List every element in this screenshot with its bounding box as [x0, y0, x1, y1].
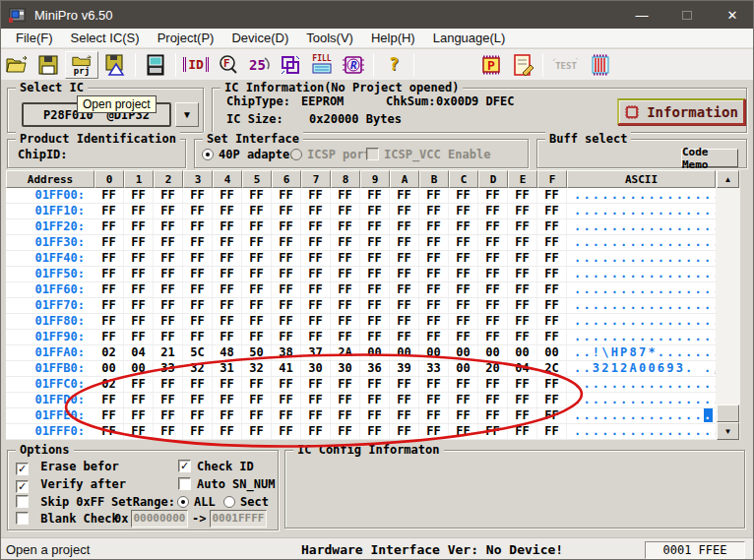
hex-byte-cell[interactable]: FF: [419, 188, 449, 203]
hex-byte-cell[interactable]: FF: [331, 314, 360, 329]
hex-byte-cell[interactable]: FF: [508, 377, 537, 392]
hex-byte-cell[interactable]: FF: [183, 393, 213, 407]
hex-byte-cell[interactable]: FF: [154, 330, 183, 344]
hex-byte-cell[interactable]: FF: [183, 188, 213, 203]
hex-byte-cell[interactable]: FF: [331, 330, 360, 344]
verify-after-checkbox[interactable]: ✓: [16, 480, 29, 493]
hex-byte-cell[interactable]: FF: [124, 267, 154, 281]
auto-sn-checkbox[interactable]: [178, 477, 191, 490]
hex-byte-cell[interactable]: FF: [94, 219, 124, 234]
hex-byte-cell[interactable]: FF: [154, 235, 183, 250]
open-file-button[interactable]: [2, 51, 31, 79]
hex-byte-cell[interactable]: FF: [508, 235, 537, 250]
hex-byte-cell[interactable]: FF: [154, 219, 183, 234]
hex-byte-cell[interactable]: FF: [272, 235, 301, 250]
hex-byte-cell[interactable]: FF: [419, 219, 449, 234]
hex-byte-cell[interactable]: FF: [301, 408, 331, 423]
hex-byte-cell[interactable]: FF: [331, 282, 360, 297]
hex-byte-cell[interactable]: FF: [331, 424, 360, 439]
hex-byte-cell[interactable]: FF: [478, 282, 508, 297]
hex-byte-cell[interactable]: FF: [390, 204, 419, 218]
hex-byte-cell[interactable]: 20: [478, 361, 508, 376]
hex-byte-cell[interactable]: 00: [449, 361, 478, 376]
check-id-checkbox[interactable]: ✓: [178, 460, 191, 472]
hex-byte-cell[interactable]: FF: [331, 219, 360, 234]
hex-byte-cell[interactable]: FF: [301, 267, 331, 281]
hex-ascii-cell[interactable]: ................: [567, 267, 716, 281]
hex-header-c[interactable]: C: [449, 170, 478, 188]
hex-ascii-cell[interactable]: ................: [567, 282, 716, 297]
copy-buffer-button[interactable]: [276, 51, 305, 79]
hex-byte-cell[interactable]: FF: [331, 204, 360, 218]
icsp-vcc-checkbox[interactable]: [366, 148, 379, 160]
hex-byte-cell[interactable]: FF: [124, 424, 154, 439]
hex-byte-cell[interactable]: 04: [508, 361, 537, 376]
hex-byte-cell[interactable]: FF: [537, 393, 567, 407]
hex-byte-cell[interactable]: FF: [124, 251, 154, 266]
hex-byte-cell[interactable]: FF: [183, 424, 213, 439]
hex-byte-cell[interactable]: FF: [94, 408, 124, 423]
hex-byte-cell[interactable]: FF: [478, 377, 508, 392]
hex-byte-cell[interactable]: FF: [154, 298, 183, 313]
hex-byte-cell[interactable]: FF: [272, 251, 301, 266]
hex-byte-cell[interactable]: FF: [301, 298, 331, 313]
hex-byte-cell[interactable]: FF: [242, 235, 272, 250]
hex-byte-cell[interactable]: FF: [390, 219, 419, 234]
hex-header-9[interactable]: 9: [360, 170, 390, 188]
hex-byte-cell[interactable]: FF: [449, 188, 478, 203]
hex-byte-cell[interactable]: FF: [449, 267, 478, 281]
menu-file[interactable]: File(F): [7, 31, 62, 45]
range-from-input[interactable]: 00000000: [131, 510, 188, 528]
hex-byte-cell[interactable]: FF: [449, 408, 478, 423]
hex-byte-cell[interactable]: 02: [94, 345, 124, 360]
hex-byte-cell[interactable]: FF: [242, 267, 272, 281]
hex-byte-cell[interactable]: FF: [537, 204, 567, 218]
hex-byte-cell[interactable]: FF: [449, 314, 478, 329]
hex-byte-cell[interactable]: FF: [94, 298, 124, 313]
hex-header-2[interactable]: 2: [154, 170, 183, 188]
hex-byte-cell[interactable]: FF: [537, 282, 567, 297]
hex-byte-cell[interactable]: FF: [360, 219, 390, 234]
hex-byte-cell[interactable]: FF: [124, 282, 154, 297]
hex-byte-cell[interactable]: 00: [390, 345, 419, 360]
hex-byte-cell[interactable]: FF: [272, 377, 301, 392]
hex-ascii-cell[interactable]: ..!\HP87*.......: [567, 345, 716, 360]
hex-byte-cell[interactable]: FF: [272, 393, 301, 407]
hex-byte-cell[interactable]: FF: [478, 408, 508, 423]
hex-byte-cell[interactable]: FF: [94, 393, 124, 407]
hex-byte-cell[interactable]: FF: [272, 330, 301, 344]
hex-byte-cell[interactable]: FF: [272, 314, 301, 329]
hex-byte-cell[interactable]: FF: [449, 251, 478, 266]
hex-byte-cell[interactable]: FF: [390, 251, 419, 266]
hex-byte-cell[interactable]: 5C: [183, 345, 213, 360]
hex-byte-cell[interactable]: FF: [508, 330, 537, 344]
hex-byte-cell[interactable]: FF: [331, 298, 360, 313]
hex-ascii-cell[interactable]: ................: [567, 235, 716, 250]
hex-byte-cell[interactable]: 38: [272, 345, 301, 360]
hex-byte-cell[interactable]: FF: [154, 204, 183, 218]
hex-byte-cell[interactable]: FF: [360, 298, 390, 313]
hex-byte-cell[interactable]: FF: [449, 330, 478, 344]
hex-byte-cell[interactable]: FF: [183, 314, 213, 329]
hex-header-ascii[interactable]: ASCII: [567, 170, 716, 188]
hex-byte-cell[interactable]: FF: [390, 298, 419, 313]
hex-byte-cell[interactable]: FF: [331, 267, 360, 281]
hex-byte-cell[interactable]: FF: [360, 377, 390, 392]
hex-byte-cell[interactable]: FF: [154, 314, 183, 329]
hex-byte-cell[interactable]: FF: [478, 267, 508, 281]
hex-byte-cell[interactable]: FF: [390, 377, 419, 392]
hex-byte-cell[interactable]: FF: [478, 314, 508, 329]
edit-buffer-button[interactable]: [508, 51, 537, 79]
hex-byte-cell[interactable]: FF: [94, 314, 124, 329]
hex-byte-cell[interactable]: FF: [537, 219, 567, 234]
hex-byte-cell[interactable]: FF: [537, 377, 567, 392]
hex-byte-cell[interactable]: FF: [242, 377, 272, 392]
hex-ascii-cell[interactable]: ................: [567, 393, 716, 407]
hex-byte-cell[interactable]: FF: [537, 424, 567, 439]
hex-byte-cell[interactable]: FF: [478, 219, 508, 234]
hex-byte-cell[interactable]: FF: [360, 330, 390, 344]
hex-byte-cell[interactable]: FF: [478, 235, 508, 250]
hex-byte-cell[interactable]: FF: [537, 251, 567, 266]
hex-byte-cell[interactable]: FF: [301, 235, 331, 250]
hex-byte-cell[interactable]: FF: [301, 377, 331, 392]
